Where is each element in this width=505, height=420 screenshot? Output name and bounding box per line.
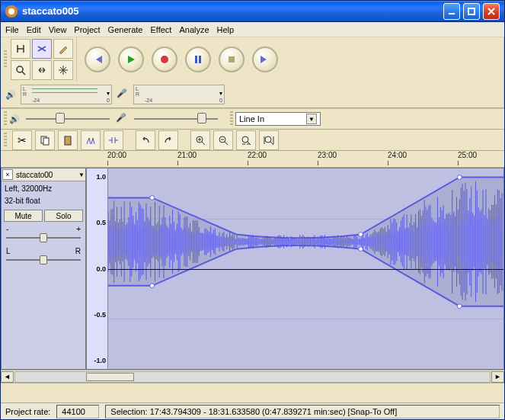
input-source-select[interactable]: Line In ▼ <box>235 112 321 126</box>
multi-tool[interactable] <box>53 60 73 80</box>
ruler-tick: 24:00 <box>388 151 407 159</box>
menu-project[interactable]: Project <box>74 25 100 34</box>
scroll-left-button[interactable]: ◄ <box>1 371 14 383</box>
statusbar: Project rate: 44100 Selection: 17:43.794… <box>1 402 504 419</box>
menu-generate[interactable]: Generate <box>108 25 143 34</box>
project-rate-label: Project rate: <box>5 407 50 416</box>
stop-button[interactable] <box>219 46 245 72</box>
draw-tool[interactable] <box>53 39 73 59</box>
svg-point-16 <box>150 284 155 288</box>
chevron-down-icon: ▼ <box>306 114 317 124</box>
input-volume-slider[interactable] <box>134 111 218 127</box>
app-icon <box>5 5 18 18</box>
time-ruler[interactable]: 20:00 21:00 22:00 23:00 24:00 25:00 <box>1 151 504 168</box>
copy-button[interactable] <box>35 130 55 150</box>
selection-tool[interactable] <box>11 39 30 59</box>
record-button[interactable] <box>152 46 177 72</box>
silence-button[interactable] <box>104 130 123 150</box>
skip-start-button[interactable] <box>85 46 110 72</box>
zoom-in-button[interactable] <box>190 130 210 150</box>
waveform-area[interactable]: 1.0 0.5 0.0 -0.5 -1.0 <box>86 168 504 370</box>
trim-button[interactable] <box>81 130 101 150</box>
window-title: staccato005 <box>22 5 440 17</box>
track-name[interactable]: staccato00 <box>14 171 77 179</box>
gain-slider[interactable] <box>6 233 81 242</box>
track-menu-dropdown[interactable]: ▼ <box>78 172 85 178</box>
svg-rect-9 <box>65 136 71 145</box>
gain-plus: + <box>76 225 81 233</box>
play-button[interactable] <box>118 46 144 72</box>
track-close-button[interactable]: × <box>2 169 13 180</box>
menu-edit[interactable]: Edit <box>27 25 41 34</box>
svg-point-14 <box>265 136 271 143</box>
scrollbar-track[interactable] <box>14 371 491 383</box>
output-meter[interactable]: LR -240 ▾ <box>21 85 112 104</box>
meter-R: R <box>23 91 27 97</box>
close-button[interactable] <box>483 3 500 20</box>
solo-button[interactable]: Solo <box>44 210 83 222</box>
workspace: × staccato00 ▼ Left, 32000Hz 32-bit floa… <box>1 168 504 370</box>
svg-rect-6 <box>229 56 235 63</box>
menu-effect[interactable]: Effect <box>150 25 171 34</box>
svg-rect-4 <box>195 56 197 63</box>
toolbar-grip[interactable] <box>4 111 7 127</box>
toolbar-grip[interactable] <box>4 133 7 148</box>
svg-point-19 <box>457 175 462 180</box>
pan-right: R <box>75 247 81 255</box>
microphone-icon: 🎤 <box>117 88 129 101</box>
toolbar-grip[interactable] <box>230 111 233 127</box>
menu-file[interactable]: File <box>5 25 19 34</box>
amplitude-axis: 1.0 0.5 0.0 -0.5 -1.0 <box>87 168 108 369</box>
edit-toolbar: ✂ <box>1 130 504 151</box>
ruler-tick: 21:00 <box>177 151 197 159</box>
maximize-button[interactable] <box>463 3 480 20</box>
menu-help[interactable]: Help <box>217 25 235 34</box>
svg-rect-5 <box>199 56 201 63</box>
transport-toolbar <box>77 37 504 82</box>
svg-point-3 <box>161 56 168 63</box>
zoom-out-button[interactable] <box>213 130 233 150</box>
fit-selection-button[interactable] <box>236 130 256 150</box>
pause-button[interactable] <box>185 46 211 72</box>
meter-toolbar: 🔊 LR -240 ▾ 🎤 LR -240 ▾ <box>1 82 504 107</box>
skip-end-button[interactable] <box>252 46 278 72</box>
ruler-tick: 22:00 <box>248 151 267 159</box>
pan-slider[interactable] <box>6 255 81 265</box>
svg-point-2 <box>17 66 23 72</box>
minimize-button[interactable] <box>443 3 460 20</box>
zoom-tool[interactable] <box>11 60 30 80</box>
track-panel: × staccato00 ▼ Left, 32000Hz 32-bit floa… <box>1 168 86 370</box>
undo-button[interactable] <box>136 130 155 150</box>
meter-dropdown-icon[interactable]: ▾ <box>107 90 110 97</box>
horizontal-scrollbar[interactable]: ◄ ► <box>1 370 504 383</box>
svg-point-18 <box>359 247 363 252</box>
timeshift-tool[interactable] <box>32 60 52 80</box>
redo-button[interactable] <box>158 130 178 150</box>
paste-button[interactable] <box>58 130 78 150</box>
tools-toolbar <box>1 37 77 82</box>
menu-view[interactable]: View <box>49 25 67 34</box>
svg-point-13 <box>242 136 248 143</box>
scrollbar-thumb[interactable] <box>86 373 133 381</box>
bottom-panel <box>1 383 504 402</box>
project-rate-field[interactable]: 44100 <box>56 405 99 418</box>
selection-status: Selection: 17:43.794309 - 18:31.633580 (… <box>105 405 500 418</box>
envelope-tool[interactable] <box>32 39 52 59</box>
track-channel: Left, 32000Hz <box>2 181 85 196</box>
meter-dropdown-icon[interactable]: ▾ <box>219 90 222 97</box>
titlebar[interactable]: staccato005 <box>1 1 504 22</box>
svg-point-20 <box>457 304 462 309</box>
waveform-canvas <box>108 168 503 315</box>
control-toolbar: 🔊 LR -240 ▾ 🎤 LR -240 ▾ <box>1 37 504 108</box>
ruler-tick: 20:00 <box>107 151 126 159</box>
zero-line <box>108 269 503 270</box>
microphone-icon: 🎤 <box>116 113 128 125</box>
menu-analyze[interactable]: Analyze <box>179 25 209 34</box>
toolbar-grip[interactable] <box>4 50 7 69</box>
input-meter[interactable]: LR -240 ▾ <box>133 85 225 104</box>
mute-button[interactable]: Mute <box>4 210 43 222</box>
scroll-right-button[interactable]: ► <box>491 371 504 383</box>
cut-button[interactable]: ✂ <box>12 130 32 150</box>
fit-project-button[interactable] <box>259 130 279 150</box>
output-volume-slider[interactable] <box>26 111 110 127</box>
